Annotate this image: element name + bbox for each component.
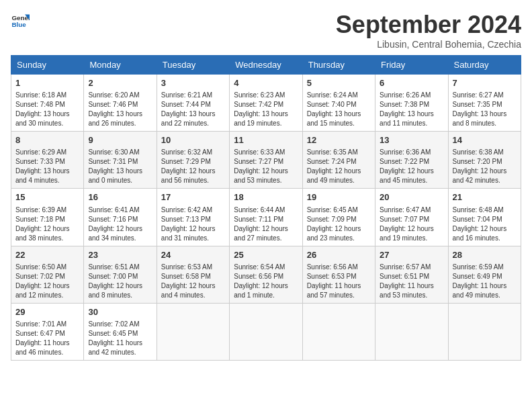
- calendar-week-3: 15Sunrise: 6:39 AM Sunset: 7:18 PM Dayli…: [11, 189, 521, 246]
- logo-icon: General Blue: [11, 11, 30, 30]
- day-info: Sunrise: 6:21 AM Sunset: 7:44 PM Dayligh…: [161, 91, 225, 128]
- day-number: 21: [453, 191, 517, 203]
- day-number: 10: [161, 134, 225, 146]
- calendar-week-2: 8Sunrise: 6:29 AM Sunset: 7:33 PM Daylig…: [11, 132, 521, 189]
- day-number: 7: [453, 77, 517, 89]
- calendar-cell: 7Sunrise: 6:27 AM Sunset: 7:35 PM Daylig…: [448, 75, 521, 132]
- calendar-cell: 23Sunrise: 6:51 AM Sunset: 7:00 PM Dayli…: [84, 246, 157, 303]
- calendar-cell: 29Sunrise: 7:01 AM Sunset: 6:47 PM Dayli…: [11, 303, 84, 360]
- calendar-cell: [230, 303, 302, 360]
- day-number: 8: [15, 134, 79, 146]
- day-number: 19: [307, 191, 371, 203]
- day-number: 23: [88, 249, 152, 261]
- calendar-cell: 21Sunrise: 6:48 AM Sunset: 7:04 PM Dayli…: [448, 189, 521, 246]
- weekday-saturday: Saturday: [448, 56, 521, 75]
- month-title: September 2024: [336, 11, 521, 39]
- calendar-cell: 6Sunrise: 6:26 AM Sunset: 7:38 PM Daylig…: [375, 75, 448, 132]
- calendar-cell: [302, 303, 375, 360]
- day-info: Sunrise: 6:51 AM Sunset: 7:00 PM Dayligh…: [88, 263, 152, 300]
- day-info: Sunrise: 7:01 AM Sunset: 6:47 PM Dayligh…: [15, 320, 79, 357]
- day-number: 27: [380, 249, 443, 261]
- day-info: Sunrise: 6:32 AM Sunset: 7:29 PM Dayligh…: [161, 148, 225, 185]
- calendar-cell: 8Sunrise: 6:29 AM Sunset: 7:33 PM Daylig…: [11, 132, 84, 189]
- calendar-week-1: 1Sunrise: 6:18 AM Sunset: 7:48 PM Daylig…: [11, 75, 521, 132]
- day-number: 5: [307, 77, 371, 89]
- calendar-cell: 18Sunrise: 6:44 AM Sunset: 7:11 PM Dayli…: [230, 189, 302, 246]
- day-info: Sunrise: 6:24 AM Sunset: 7:40 PM Dayligh…: [307, 91, 371, 128]
- day-info: Sunrise: 6:29 AM Sunset: 7:33 PM Dayligh…: [15, 148, 79, 185]
- day-info: Sunrise: 6:56 AM Sunset: 6:53 PM Dayligh…: [307, 263, 371, 300]
- day-number: 14: [453, 134, 517, 146]
- day-info: Sunrise: 6:54 AM Sunset: 6:56 PM Dayligh…: [234, 263, 298, 300]
- calendar-cell: 12Sunrise: 6:35 AM Sunset: 7:24 PM Dayli…: [302, 132, 375, 189]
- day-info: Sunrise: 6:44 AM Sunset: 7:11 PM Dayligh…: [234, 205, 298, 243]
- day-info: Sunrise: 6:45 AM Sunset: 7:09 PM Dayligh…: [307, 205, 371, 243]
- day-info: Sunrise: 6:33 AM Sunset: 7:27 PM Dayligh…: [234, 148, 298, 185]
- calendar-cell: 16Sunrise: 6:41 AM Sunset: 7:16 PM Dayli…: [84, 189, 157, 246]
- calendar-week-5: 29Sunrise: 7:01 AM Sunset: 6:47 PM Dayli…: [11, 303, 521, 360]
- calendar-cell: 11Sunrise: 6:33 AM Sunset: 7:27 PM Dayli…: [230, 132, 302, 189]
- weekday-tuesday: Tuesday: [157, 56, 229, 75]
- day-number: 28: [453, 249, 517, 261]
- calendar-cell: 10Sunrise: 6:32 AM Sunset: 7:29 PM Dayli…: [157, 132, 229, 189]
- calendar-cell: 30Sunrise: 7:02 AM Sunset: 6:45 PM Dayli…: [84, 303, 157, 360]
- day-info: Sunrise: 6:38 AM Sunset: 7:20 PM Dayligh…: [453, 148, 517, 185]
- day-number: 17: [161, 191, 225, 203]
- weekday-sunday: Sunday: [11, 56, 84, 75]
- calendar-cell: [375, 303, 448, 360]
- day-info: Sunrise: 6:42 AM Sunset: 7:13 PM Dayligh…: [161, 205, 225, 243]
- day-number: 9: [88, 134, 152, 146]
- day-number: 13: [380, 134, 443, 146]
- day-info: Sunrise: 6:59 AM Sunset: 6:49 PM Dayligh…: [453, 263, 517, 300]
- day-info: Sunrise: 6:26 AM Sunset: 7:38 PM Dayligh…: [380, 91, 443, 128]
- day-info: Sunrise: 6:20 AM Sunset: 7:46 PM Dayligh…: [88, 91, 152, 128]
- calendar-cell: 24Sunrise: 6:53 AM Sunset: 6:58 PM Dayli…: [157, 246, 229, 303]
- calendar-cell: 4Sunrise: 6:23 AM Sunset: 7:42 PM Daylig…: [230, 75, 302, 132]
- weekday-monday: Monday: [84, 56, 157, 75]
- calendar-week-4: 22Sunrise: 6:50 AM Sunset: 7:02 PM Dayli…: [11, 246, 521, 303]
- calendar-cell: 3Sunrise: 6:21 AM Sunset: 7:44 PM Daylig…: [157, 75, 229, 132]
- day-number: 29: [15, 306, 79, 318]
- day-info: Sunrise: 6:47 AM Sunset: 7:07 PM Dayligh…: [380, 205, 443, 243]
- weekday-friday: Friday: [375, 56, 448, 75]
- day-number: 22: [15, 249, 79, 261]
- day-number: 15: [15, 191, 79, 203]
- day-number: 4: [234, 77, 298, 89]
- day-info: Sunrise: 6:50 AM Sunset: 7:02 PM Dayligh…: [15, 263, 79, 300]
- day-number: 6: [380, 77, 443, 89]
- location: Libusin, Central Bohemia, Czechia: [336, 39, 521, 50]
- calendar-cell: 15Sunrise: 6:39 AM Sunset: 7:18 PM Dayli…: [11, 189, 84, 246]
- day-number: 3: [161, 77, 225, 89]
- calendar-body: 1Sunrise: 6:18 AM Sunset: 7:48 PM Daylig…: [11, 75, 521, 361]
- day-info: Sunrise: 6:35 AM Sunset: 7:24 PM Dayligh…: [307, 148, 371, 185]
- weekday-thursday: Thursday: [302, 56, 375, 75]
- title-area: September 2024 Libusin, Central Bohemia,…: [336, 11, 521, 50]
- day-number: 30: [88, 306, 152, 318]
- day-number: 12: [307, 134, 371, 146]
- calendar-cell: 26Sunrise: 6:56 AM Sunset: 6:53 PM Dayli…: [302, 246, 375, 303]
- calendar-cell: 25Sunrise: 6:54 AM Sunset: 6:56 PM Dayli…: [230, 246, 302, 303]
- calendar-cell: 2Sunrise: 6:20 AM Sunset: 7:46 PM Daylig…: [84, 75, 157, 132]
- calendar-cell: 27Sunrise: 6:57 AM Sunset: 6:51 PM Dayli…: [375, 246, 448, 303]
- day-info: Sunrise: 6:23 AM Sunset: 7:42 PM Dayligh…: [234, 91, 298, 128]
- day-number: 24: [161, 249, 225, 261]
- day-info: Sunrise: 6:36 AM Sunset: 7:22 PM Dayligh…: [380, 148, 443, 185]
- calendar-cell: 13Sunrise: 6:36 AM Sunset: 7:22 PM Dayli…: [375, 132, 448, 189]
- logo: General Blue: [11, 11, 30, 30]
- day-info: Sunrise: 6:18 AM Sunset: 7:48 PM Dayligh…: [15, 91, 79, 128]
- calendar: SundayMondayTuesdayWednesdayThursdayFrid…: [11, 55, 521, 361]
- calendar-cell: 28Sunrise: 6:59 AM Sunset: 6:49 PM Dayli…: [448, 246, 521, 303]
- svg-text:Blue: Blue: [11, 21, 26, 28]
- day-info: Sunrise: 6:41 AM Sunset: 7:16 PM Dayligh…: [88, 205, 152, 243]
- day-info: Sunrise: 6:48 AM Sunset: 7:04 PM Dayligh…: [453, 205, 517, 243]
- day-number: 26: [307, 249, 371, 261]
- day-number: 11: [234, 134, 298, 146]
- calendar-cell: 5Sunrise: 6:24 AM Sunset: 7:40 PM Daylig…: [302, 75, 375, 132]
- calendar-cell: 1Sunrise: 6:18 AM Sunset: 7:48 PM Daylig…: [11, 75, 84, 132]
- weekday-wednesday: Wednesday: [230, 56, 302, 75]
- page-header: General Blue September 2024 Libusin, Cen…: [11, 11, 521, 50]
- calendar-cell: 9Sunrise: 6:30 AM Sunset: 7:31 PM Daylig…: [84, 132, 157, 189]
- calendar-cell: 20Sunrise: 6:47 AM Sunset: 7:07 PM Dayli…: [375, 189, 448, 246]
- calendar-cell: [157, 303, 229, 360]
- weekday-header-row: SundayMondayTuesdayWednesdayThursdayFrid…: [11, 56, 521, 75]
